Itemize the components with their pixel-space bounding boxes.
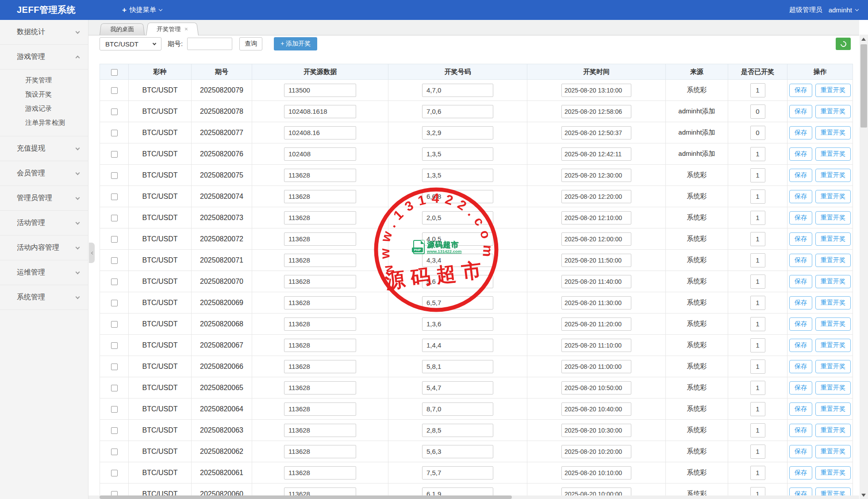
- opened-flag-input[interactable]: [750, 83, 765, 97]
- draw-numbers-input[interactable]: [422, 317, 493, 331]
- draw-numbers-input[interactable]: [422, 275, 493, 288]
- row-checkbox[interactable]: [111, 108, 118, 115]
- reset-draw-button[interactable]: 重置开奖: [815, 402, 851, 416]
- reset-draw-button[interactable]: 重置开奖: [815, 445, 851, 458]
- opened-flag-input[interactable]: [750, 126, 765, 140]
- reset-draw-button[interactable]: 重置开奖: [815, 296, 851, 309]
- opened-flag-input[interactable]: [750, 190, 765, 204]
- draw-numbers-input[interactable]: [422, 296, 493, 309]
- row-checkbox[interactable]: [111, 300, 118, 306]
- opened-flag-input[interactable]: [750, 317, 765, 331]
- scroll-up-arrow-icon[interactable]: [861, 38, 866, 41]
- draw-numbers-input[interactable]: [422, 424, 493, 437]
- opened-flag-input[interactable]: [750, 381, 765, 395]
- save-button[interactable]: 保存: [789, 360, 812, 373]
- sidebar-collapse-handle[interactable]: [89, 243, 95, 263]
- save-button[interactable]: 保存: [789, 232, 812, 246]
- reset-draw-button[interactable]: 重置开奖: [815, 84, 851, 97]
- draw-numbers-input[interactable]: [422, 339, 493, 352]
- draw-numbers-input[interactable]: [422, 466, 493, 480]
- save-button[interactable]: 保存: [789, 84, 812, 97]
- draw-time-input[interactable]: [561, 84, 631, 97]
- refresh-button[interactable]: [836, 38, 851, 50]
- draw-numbers-input[interactable]: [422, 84, 493, 97]
- save-button[interactable]: 保存: [789, 275, 812, 288]
- opened-flag-input[interactable]: [750, 445, 765, 459]
- draw-numbers-input[interactable]: [422, 126, 493, 139]
- reset-draw-button[interactable]: 重置开奖: [815, 211, 851, 224]
- source-data-input[interactable]: [284, 360, 356, 373]
- source-data-input[interactable]: [284, 211, 356, 224]
- sidebar-section-0[interactable]: 数据统计: [0, 20, 88, 45]
- save-button[interactable]: 保存: [789, 147, 812, 161]
- draw-numbers-input[interactable]: [422, 211, 493, 224]
- reset-draw-button[interactable]: 重置开奖: [815, 190, 851, 203]
- close-icon[interactable]: ×: [184, 26, 188, 32]
- sidebar-item[interactable]: 注单异常检测: [0, 116, 88, 130]
- draw-time-input[interactable]: [561, 126, 631, 139]
- source-data-input[interactable]: [284, 402, 356, 416]
- draw-numbers-input[interactable]: [422, 402, 493, 416]
- query-button[interactable]: 查询: [239, 37, 262, 50]
- sidebar-section-2[interactable]: 充值提现: [0, 136, 88, 161]
- source-data-input[interactable]: [284, 254, 356, 267]
- draw-time-input[interactable]: [561, 466, 631, 480]
- draw-time-input[interactable]: [561, 232, 631, 246]
- draw-numbers-input[interactable]: [422, 232, 493, 246]
- draw-time-input[interactable]: [561, 211, 631, 224]
- draw-numbers-input[interactable]: [422, 360, 493, 373]
- sidebar-section-1[interactable]: 游戏管理: [0, 45, 88, 70]
- issue-input[interactable]: [187, 38, 232, 50]
- save-button[interactable]: 保存: [789, 445, 812, 458]
- sidebar-item[interactable]: 开奖管理: [0, 73, 88, 87]
- row-checkbox[interactable]: [111, 257, 118, 264]
- source-data-input[interactable]: [284, 466, 356, 480]
- source-data-input[interactable]: [284, 339, 356, 352]
- save-button[interactable]: 保存: [789, 169, 812, 182]
- row-checkbox[interactable]: [111, 364, 118, 370]
- opened-flag-input[interactable]: [750, 360, 765, 374]
- source-data-input[interactable]: [284, 105, 356, 118]
- save-button[interactable]: 保存: [789, 424, 812, 437]
- quick-menu-button[interactable]: + 快捷菜单: [122, 6, 162, 15]
- row-checkbox[interactable]: [111, 130, 118, 136]
- row-checkbox[interactable]: [111, 236, 118, 243]
- opened-flag-input[interactable]: [750, 168, 765, 182]
- draw-time-input[interactable]: [561, 147, 631, 161]
- save-button[interactable]: 保存: [789, 254, 812, 267]
- add-draw-button[interactable]: + 添加开奖: [274, 37, 317, 50]
- source-data-input[interactable]: [284, 317, 356, 331]
- draw-time-input[interactable]: [561, 275, 631, 288]
- reset-draw-button[interactable]: 重置开奖: [815, 424, 851, 437]
- save-button[interactable]: 保存: [789, 317, 812, 331]
- opened-flag-input[interactable]: [750, 211, 765, 225]
- draw-numbers-input[interactable]: [422, 254, 493, 267]
- reset-draw-button[interactable]: 重置开奖: [815, 360, 851, 373]
- horizontal-scrollbar[interactable]: [88, 495, 859, 499]
- draw-time-input[interactable]: [561, 190, 631, 203]
- source-data-input[interactable]: [284, 296, 356, 309]
- row-checkbox[interactable]: [111, 215, 118, 221]
- source-data-input[interactable]: [284, 445, 356, 458]
- draw-numbers-input[interactable]: [422, 445, 493, 458]
- source-data-input[interactable]: [284, 275, 356, 288]
- reset-draw-button[interactable]: 重置开奖: [815, 254, 851, 267]
- reset-draw-button[interactable]: 重置开奖: [815, 105, 851, 118]
- source-data-input[interactable]: [284, 147, 356, 161]
- opened-flag-input[interactable]: [750, 232, 765, 246]
- draw-time-input[interactable]: [561, 339, 631, 352]
- sidebar-section-7[interactable]: 运维管理: [0, 260, 88, 285]
- row-checkbox[interactable]: [111, 449, 118, 455]
- draw-numbers-input[interactable]: [422, 169, 493, 182]
- reset-draw-button[interactable]: 重置开奖: [815, 466, 851, 480]
- save-button[interactable]: 保存: [789, 105, 812, 118]
- source-data-input[interactable]: [284, 232, 356, 246]
- reset-draw-button[interactable]: 重置开奖: [815, 126, 851, 139]
- opened-flag-input[interactable]: [750, 253, 765, 267]
- scroll-down-arrow-icon[interactable]: [861, 494, 866, 497]
- vertical-scrollbar[interactable]: [860, 35, 868, 499]
- row-checkbox[interactable]: [111, 151, 118, 158]
- row-checkbox[interactable]: [111, 172, 118, 179]
- row-checkbox[interactable]: [111, 87, 118, 94]
- row-checkbox[interactable]: [111, 427, 118, 434]
